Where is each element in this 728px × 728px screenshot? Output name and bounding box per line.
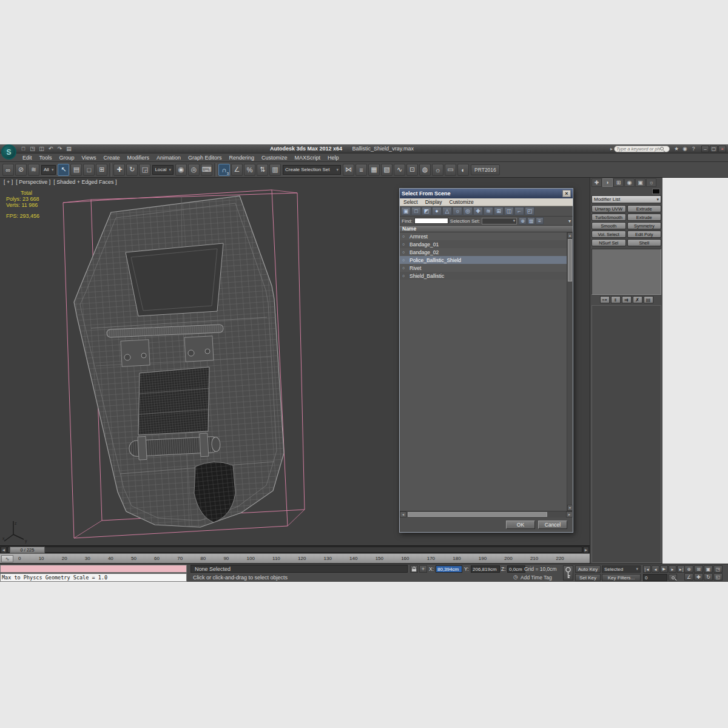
dialog-menu-display[interactable]: Display <box>422 199 446 205</box>
configure-modifier-sets-icon[interactable]: ▤ <box>644 296 653 303</box>
display-lights-icon[interactable]: ☼ <box>453 207 462 215</box>
modify-tab[interactable]: ◗ <box>602 178 613 187</box>
modifier-button-turbosmooth[interactable]: TurboSmooth <box>592 214 626 221</box>
next-frame-button[interactable]: ► <box>669 565 676 573</box>
display-bones-icon[interactable]: ⌐ <box>514 207 524 215</box>
infocenter-star-icon[interactable]: ★ <box>672 145 681 152</box>
object-color-swatch[interactable] <box>652 189 660 194</box>
scene-object-row[interactable]: ○Shield_Ballistic <box>400 272 567 280</box>
display-shapes-icon[interactable]: △ <box>442 207 452 215</box>
time-back-arrow[interactable]: ◄ <box>1 547 7 553</box>
schematic-view-icon[interactable]: ⊡ <box>406 164 418 176</box>
display-helpers-icon[interactable]: ✚ <box>473 207 483 215</box>
menu-maxscript[interactable]: MAXScript <box>291 155 325 161</box>
maximize-viewport-icon[interactable]: ◱ <box>713 573 723 581</box>
percent-snap-icon[interactable]: % <box>244 164 255 176</box>
x-coordinate-field[interactable] <box>436 565 462 573</box>
material-editor-icon[interactable]: ◍ <box>419 164 431 176</box>
maxscript-listener[interactable]: Max to Physcs Geometry Scale = 1.0 <box>0 573 187 582</box>
align-icon[interactable]: ≡ <box>356 164 367 176</box>
scene-object-row[interactable]: ○Rivet <box>400 264 567 272</box>
absolute-mode-toggle[interactable]: + <box>419 565 427 573</box>
zoom-icon[interactable]: ⊕ <box>684 565 693 573</box>
select-and-rotate-icon[interactable]: ↻ <box>126 164 138 176</box>
pan-icon[interactable]: ✚ <box>694 573 703 581</box>
create-tab[interactable]: ✚ <box>592 178 602 187</box>
menu-graph-editors[interactable]: Graph Editors <box>184 155 226 161</box>
save-file-icon[interactable]: ◫ <box>37 145 46 152</box>
menu-edit[interactable]: Edit <box>19 155 36 161</box>
select-and-move-icon[interactable]: ✚ <box>113 164 125 176</box>
redo-icon[interactable]: ↷ <box>55 145 64 152</box>
play-animation-button[interactable]: ▶ <box>660 565 668 573</box>
undo-icon[interactable]: ↶ <box>46 145 55 152</box>
scroll-up-icon[interactable]: ▲ <box>567 232 573 238</box>
auto-key-button[interactable]: Auto Key <box>575 565 601 573</box>
z-coordinate-field[interactable] <box>507 565 525 573</box>
viewport-general-menu[interactable]: [ + ] <box>4 179 13 185</box>
time-slider-handle[interactable]: 0 / 225 <box>10 547 45 553</box>
ok-button[interactable]: OK <box>506 521 535 529</box>
infocenter-toggle-icon[interactable]: ▸ <box>610 146 613 152</box>
scene-object-row[interactable]: ○Police_Ballistic_Shield <box>400 256 567 264</box>
utilities-tab[interactable]: ☼ <box>646 178 656 187</box>
infocenter-search[interactable] <box>614 146 670 152</box>
vertical-scrollbar[interactable]: ▲ ▼ <box>567 232 573 511</box>
minimize-button[interactable]: – <box>701 146 709 152</box>
find-input[interactable] <box>414 218 448 224</box>
selection-lock-toggle[interactable] <box>410 565 418 573</box>
menu-help[interactable]: Help <box>324 155 343 161</box>
window-crossing-icon[interactable]: ⊞ <box>96 164 107 176</box>
render-production-icon[interactable]: ◐ <box>457 164 469 176</box>
key-mode-toggle[interactable] <box>669 574 677 581</box>
scene-object-row[interactable]: ○Armrest <box>400 232 567 240</box>
search-icon[interactable] <box>660 147 664 150</box>
modifier-list-dropdown[interactable]: Modifier List ▾ <box>592 195 661 203</box>
viewport-pov-menu[interactable]: [ Perspective ] <box>16 179 50 185</box>
modifier-button-shell[interactable]: Shell <box>627 239 662 246</box>
menu-modifiers[interactable]: Modifiers <box>123 155 153 161</box>
use-pivot-center-icon[interactable]: ◉ <box>175 164 187 176</box>
modifier-stack[interactable] <box>592 249 661 295</box>
viewport-shading-menu[interactable]: [ Shaded + Edged Faces ] <box>53 179 116 185</box>
display-containers-icon[interactable]: ◰ <box>525 207 534 215</box>
render-setup-icon[interactable]: ☼ <box>432 164 443 176</box>
field-of-view-icon[interactable]: ∠ <box>684 573 693 581</box>
named-selection-sets-icon[interactable]: ▥ <box>269 164 281 176</box>
key-selection-dropdown[interactable]: Selected ▾ <box>602 565 641 573</box>
rectangular-selection-icon[interactable]: □ <box>83 164 95 176</box>
help-icon[interactable]: ? <box>689 145 698 152</box>
modifier-button-vol-select[interactable]: Vol. Select <box>592 231 626 238</box>
hscroll-track[interactable] <box>406 511 566 517</box>
rendered-frame-icon[interactable]: ▭ <box>445 164 456 176</box>
dialog-close-button[interactable]: × <box>562 190 571 197</box>
dialog-menu-customize[interactable]: Customize <box>446 199 477 205</box>
layer-manager-icon[interactable]: ▦ <box>368 164 380 176</box>
configure-columns-icon[interactable]: ≡ <box>536 217 544 224</box>
toolbar-overflow-icon[interactable]: ▾ <box>568 218 571 224</box>
mirror-icon[interactable]: ⋈ <box>343 164 354 176</box>
vscroll-track[interactable] <box>567 238 573 505</box>
display-none-icon[interactable]: □ <box>411 207 421 215</box>
scroll-right-icon[interactable]: ► <box>566 511 573 517</box>
add-time-tag[interactable]: Add Time Tag <box>521 575 552 581</box>
modifier-button-symmetry[interactable]: Symmetry <box>627 222 662 229</box>
spinner-snap-icon[interactable]: ⇅ <box>257 164 268 176</box>
cancel-button[interactable]: Cancel <box>538 521 567 529</box>
coordinate-system-dropdown[interactable]: Local▾ <box>152 165 174 175</box>
dialog-title-bar[interactable]: Select From Scene × <box>400 189 573 198</box>
modifier-button-extrude[interactable]: Extrude <box>627 214 662 221</box>
modifier-button-edit-poly[interactable]: Edit Poly <box>627 231 662 238</box>
open-file-icon[interactable]: ◳ <box>28 145 37 152</box>
modifier-button-nsurf-sel[interactable]: NSurf Sel <box>592 239 626 246</box>
horizontal-scrollbar[interactable]: ◄ ► <box>400 511 573 517</box>
motion-tab[interactable]: ◉ <box>624 178 635 187</box>
modifier-button-unwrap-uvw[interactable]: Unwrap UVW <box>592 205 626 212</box>
y-coordinate-field[interactable] <box>471 565 500 573</box>
create-selection-set-icon[interactable]: ⊕ <box>519 217 527 224</box>
current-frame-field[interactable] <box>643 574 667 581</box>
bind-to-space-warp-icon[interactable]: ≋ <box>28 164 39 176</box>
project-folder-icon[interactable]: ▤ <box>64 145 73 152</box>
vscroll-thumb[interactable] <box>568 239 572 281</box>
graphite-ribbon-icon[interactable]: ▧ <box>381 164 393 176</box>
